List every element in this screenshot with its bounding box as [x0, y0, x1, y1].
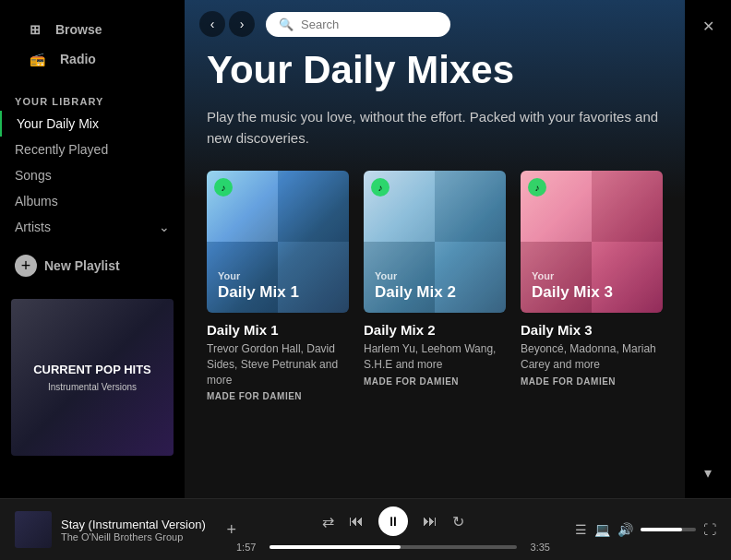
mix1-artists: Trevor Gordon Hall, David Sides, Steve P… [207, 341, 349, 387]
library-section-label: YOUR LIBRARY [0, 81, 185, 111]
mix2-label-your: Your [375, 270, 456, 282]
mix-grid: ♪ Your Daily Mix 1 Daily Mix 1 Trevor Go… [207, 171, 663, 401]
play-pause-button[interactable]: ⏸ [378, 506, 408, 536]
mix3-image: ♪ Your Daily Mix 3 [521, 171, 663, 313]
search-icon: 🔍 [279, 18, 294, 31]
search-bar[interactable]: 🔍 [266, 12, 450, 37]
page-title: Your Daily Mixes [207, 48, 663, 92]
mix1-label-name: Daily Mix 1 [218, 283, 299, 302]
mix-card-2[interactable]: ♪ Your Daily Mix 2 Daily Mix 2 Harlem Yu… [364, 171, 506, 401]
mix2-label: Your Daily Mix 2 [375, 270, 456, 302]
track-info: Stay (Instrumental Version) The O'Neill … [15, 511, 236, 548]
songs-label: Songs [15, 168, 52, 183]
mix2-title: Daily Mix 2 [364, 322, 506, 338]
mix2-note-icon: ♪ [371, 178, 389, 197]
repeat-button[interactable]: ↻ [452, 513, 464, 530]
track-text: Stay (Instrumental Version) The O'Neill … [61, 518, 217, 542]
mix3-label-name: Daily Mix 3 [532, 283, 613, 302]
previous-button[interactable]: ⏮ [349, 513, 364, 530]
artists-label: Artists [15, 220, 51, 234]
time-total: 3:35 [524, 542, 550, 553]
playback-extra: ☰ 💻 🔊 ⛶ [550, 522, 716, 537]
sidebar-item-browse[interactable]: ⊞ Browse [15, 15, 170, 44]
mix1-quad2 [278, 171, 349, 242]
mix1-made-for: MADE FOR DAMIEN [207, 391, 349, 401]
devices-button[interactable]: 💻 [594, 522, 610, 537]
playback-controls: ⇄ ⏮ ⏸ ⏭ ↻ 1:57 3:35 [236, 506, 550, 553]
close-button[interactable]: ✕ [693, 11, 723, 41]
mix3-note-icon: ♪ [528, 178, 546, 197]
plus-icon: + [15, 255, 37, 277]
sidebar-item-albums[interactable]: Albums [0, 188, 185, 214]
albums-label: Albums [15, 194, 58, 209]
top-bar: ‹ › 🔍 [185, 0, 685, 48]
nav-arrows: ‹ › [199, 11, 255, 37]
recently-played-label: Recently Played [15, 142, 108, 157]
time-current: 1:57 [236, 542, 262, 553]
page-subtitle: Play the music you love, without the eff… [207, 107, 663, 149]
mix1-label-your: Your [218, 270, 299, 282]
control-buttons: ⇄ ⏮ ⏸ ⏭ ↻ [322, 506, 464, 536]
sidebar-album-title: CURRENT POP HITS [33, 363, 151, 378]
mix1-note-icon: ♪ [214, 178, 233, 197]
track-thumbnail [15, 511, 52, 548]
mix2-image: ♪ Your Daily Mix 2 [364, 171, 506, 313]
sidebar-item-daily-mix[interactable]: Your Daily Mix [0, 111, 185, 137]
playback-bar: Stay (Instrumental Version) The O'Neill … [0, 498, 731, 560]
scroll-down-button[interactable]: ▾ [693, 458, 723, 487]
volume-fill [641, 528, 682, 531]
queue-button[interactable]: ☰ [575, 522, 587, 537]
add-to-library-button[interactable]: + [226, 520, 236, 540]
mix2-made-for: MADE FOR DAMIEN [364, 376, 506, 387]
sidebar: ⊞ Browse 📻 Radio YOUR LIBRARY Your Daily… [0, 0, 185, 498]
browse-label: Browse [55, 22, 102, 37]
mix3-artists: Beyoncé, Madonna, Mariah Carey and more [521, 341, 663, 373]
mix3-label-your: Your [532, 270, 613, 282]
mix1-label: Your Daily Mix 1 [218, 270, 299, 302]
main-content: ‹ › 🔍 Your Daily Mixes Play the music yo… [185, 0, 685, 498]
sidebar-item-songs[interactable]: Songs [0, 162, 185, 188]
radio-icon: 📻 [30, 52, 45, 66]
search-input[interactable] [301, 18, 430, 31]
new-playlist-label: New Playlist [44, 258, 120, 273]
mix2-artists: Harlem Yu, Leehom Wang, S.H.E and more [364, 341, 506, 373]
volume-button[interactable]: 🔊 [617, 522, 633, 537]
browse-icon: ⊞ [30, 22, 41, 37]
mix-card-1[interactable]: ♪ Your Daily Mix 1 Daily Mix 1 Trevor Go… [207, 171, 349, 401]
chevron-down-icon: ⌄ [159, 220, 170, 234]
playback-main: Stay (Instrumental Version) The O'Neill … [15, 506, 716, 553]
mix2-label-name: Daily Mix 2 [375, 283, 456, 302]
progress-fill [270, 545, 401, 549]
mix3-quad2 [592, 171, 663, 242]
mix1-title: Daily Mix 1 [207, 322, 349, 338]
sidebar-top: ⊞ Browse 📻 Radio [0, 7, 185, 81]
now-playing-sidebar-art: CURRENT POP HITS Instrumental Versions [11, 299, 174, 456]
next-button[interactable]: ⏭ [423, 513, 437, 530]
volume-bar[interactable] [641, 528, 696, 531]
progress-bar-container: 1:57 3:35 [236, 542, 550, 553]
sidebar-album-subtitle: Instrumental Versions [48, 382, 137, 392]
radio-label: Radio [60, 52, 96, 66]
mix2-quad2 [435, 171, 506, 242]
daily-mix-label: Your Daily Mix [17, 116, 99, 131]
new-playlist-button[interactable]: + New Playlist [0, 240, 185, 292]
track-artist: The O'Neill Brothers Group [61, 531, 217, 542]
mix3-title: Daily Mix 3 [521, 322, 663, 338]
right-panel: ✕ ▾ [685, 0, 731, 498]
mix-card-3[interactable]: ♪ Your Daily Mix 3 Daily Mix 3 Beyoncé, … [521, 171, 663, 401]
progress-track[interactable] [270, 545, 517, 549]
fullscreen-button[interactable]: ⛶ [703, 522, 716, 537]
track-name: Stay (Instrumental Version) [61, 518, 217, 531]
sidebar-item-radio[interactable]: 📻 Radio [15, 44, 170, 74]
back-button[interactable]: ‹ [199, 11, 225, 37]
sidebar-item-recently-played[interactable]: Recently Played [0, 137, 185, 162]
content-area: Your Daily Mixes Play the music you love… [185, 48, 685, 498]
shuffle-button[interactable]: ⇄ [322, 513, 334, 530]
sidebar-item-artists[interactable]: Artists ⌄ [0, 214, 185, 240]
forward-button[interactable]: › [229, 11, 255, 37]
mix1-image: ♪ Your Daily Mix 1 [207, 171, 349, 313]
mix3-made-for: MADE FOR DAMIEN [521, 376, 663, 387]
mix3-label: Your Daily Mix 3 [532, 270, 613, 302]
